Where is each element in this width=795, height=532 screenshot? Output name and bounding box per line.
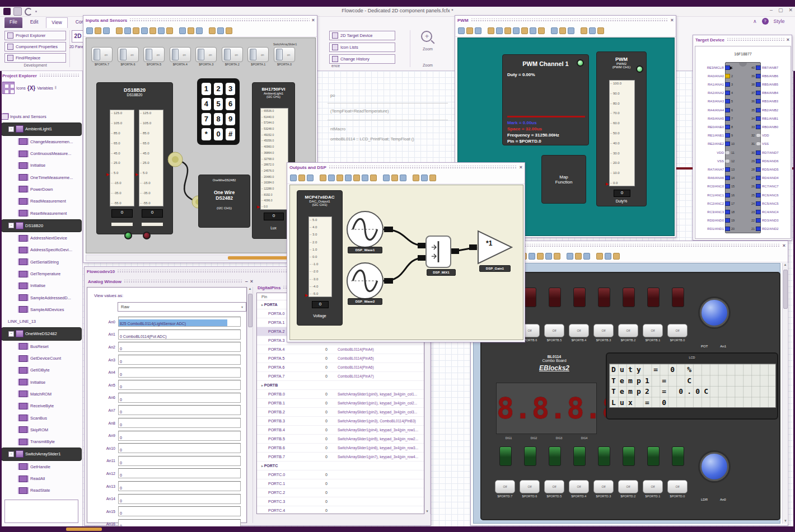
toolbar-icon[interactable] [537,253,544,260]
close-icon[interactable]: × [250,279,253,284]
analog-value-field[interactable]: 0 [118,468,241,478]
ribbon-tab[interactable]: File [4,17,22,28]
analog-value-field[interactable]: 0 [118,418,241,428]
pot-knob[interactable] [700,298,729,327]
port-button[interactable]: Off [569,480,589,493]
chip-pin[interactable]: RA0/ANA0 2 [696,74,738,78]
chip-pin[interactable]: RE2/ANE2 10 [696,142,738,146]
app-icon[interactable] [3,8,11,15]
digital-pin-row[interactable]: PORTA.6 0 ComboBL0114(PinA6) [257,363,424,372]
keypad-key[interactable]: 9 [226,113,235,125]
digital-pin-row[interactable]: PORTC.2 0 [257,488,424,497]
tree-item[interactable]: − BusReset [1,341,82,352]
tree-item[interactable]: − GetIDByte [1,364,82,376]
panels-2d-button[interactable]: 2D [72,30,84,43]
variables-icon[interactable]: {X} [27,85,35,91]
chip-pin[interactable]: 29 RD6/AND6 [748,159,789,163]
switch-handle[interactable] [250,49,256,60]
toolbar-icon[interactable] [226,27,232,34]
scroll-down-icon[interactable]: ▼ [425,510,429,513]
toolbar-icon[interactable] [488,27,494,34]
switch-body[interactable]: on [222,47,243,62]
digital-pin-row[interactable]: PORTB.3 0 SwitchArraySlider1(pin3), Comb… [257,417,424,426]
analog-window-header[interactable]: Analog Window – × [86,277,255,286]
pwm-channel-component[interactable]: PWM Channel 1 Duty = 0.00% Mark = 0.00us… [502,54,589,145]
scrollbar-thumb[interactable] [783,270,788,309]
digital-pin-row[interactable]: PORTA.7 0 ComboBL0114(PinA7) [257,372,424,381]
tree-item[interactable]: − SkipROM [1,424,82,436]
port-switch[interactable]: on $PORTA.5 [143,47,165,66]
toolbar-icon[interactable] [166,27,173,34]
inputs-canvas[interactable]: SwitchArraySlider1 on $PORTA.7 [86,37,316,253]
scroll-up-icon[interactable]: ▲ [247,287,252,290]
port-button[interactable]: Off [520,480,540,493]
tree-item[interactable]: − ReadAll [1,473,82,484]
digital-pin-row[interactable]: PORTB.4 0 SwitchArraySlider1(pin4), keyp… [257,426,424,435]
chip-pin[interactable]: RC0/ANC0 15 [696,185,738,189]
toolbar-icon[interactable] [413,175,419,181]
switch-handle[interactable] [224,49,231,60]
switch-body[interactable]: on [274,47,295,62]
analog-value-field[interactable]: 0 [118,355,241,365]
target-device-header[interactable]: Target Device × [693,35,792,45]
help-icon[interactable]: ? [762,18,769,25]
chip-pin[interactable]: 25 RC6/ANC6 [748,193,789,197]
target-device-canvas[interactable]: 16F18877 RE3/MCLR 1 RA0/ANA0 2 [695,46,791,239]
analog-value-field[interactable]: 0 [118,405,241,415]
toolbar-icon[interactable] [103,27,110,34]
ldr-knob[interactable] [700,452,729,481]
keypad-key[interactable]: 1 [202,83,211,95]
port-button[interactable]: Off [569,324,589,337]
ribbon-button[interactable]: Component Properties [4,42,66,51]
toolbar-icon[interactable] [545,253,552,260]
tree-item[interactable]: − OneWireDS2482 [1,327,82,340]
keypad-key[interactable]: 2 [214,83,223,95]
toolbar-icon[interactable] [567,253,573,260]
switch-body[interactable]: on [195,47,217,62]
tree-item[interactable]: − GetSerialString [1,256,82,268]
icons-view-label[interactable]: Icons [16,86,26,90]
analog-value-field[interactable]: 0 [118,380,241,390]
tree-item[interactable]: − GetDeviceCount [1,352,82,364]
toolbar-icon[interactable] [86,27,93,34]
toolbar-icon[interactable] [336,175,343,181]
port-switch[interactable]: on $PORTA.6 [118,47,139,66]
keypad-key[interactable]: 5 [214,98,223,110]
toolbar-icon[interactable] [133,27,139,34]
analog-vscrollbar[interactable]: ▲ [247,287,253,523]
toolbar-icon[interactable] [116,27,123,34]
port-button[interactable]: Off [495,480,515,493]
toolbar-icon[interactable] [362,175,368,181]
toolbar-icon[interactable] [320,175,326,181]
toolbar-icon[interactable] [290,175,297,181]
digital-pin-row[interactable]: PORTC.3 0 [257,497,424,506]
toolbar-icon[interactable] [188,27,194,34]
close-button[interactable]: ✕ [788,7,793,13]
digital-pin-row[interactable]: PORTB.5 0 SwitchArraySlider1(pin5), keyp… [257,435,424,444]
switch-body[interactable]: on [91,47,113,62]
ribbon-button[interactable]: Project Explorer [4,31,66,40]
tree-item[interactable]: − AddressSpecificDevi... [1,244,82,256]
onewire-component[interactable]: OneWireDS2482 One Wire DS2482 (I2C CH1) [198,175,250,228]
minimize-icon[interactable]: – [245,279,248,284]
toolbar-icon[interactable] [521,27,528,34]
toolbar-icon[interactable] [429,175,436,181]
toolbar-icon[interactable] [370,175,377,181]
expander-icon[interactable]: − [8,451,14,457]
chip-pin[interactable]: RE3/MCLR 1 [696,65,738,69]
chip-pin[interactable]: RA6/ANA6 14 [696,176,738,180]
toolbar-icon[interactable] [353,175,360,181]
chip-pin[interactable]: RA5/ANA5 7 [696,116,738,120]
digital-pin-row[interactable]: PORTB.7 0 SwitchArraySlider1(pin7), keyp… [257,453,424,462]
toolbar-icon[interactable] [179,27,186,34]
close-icon[interactable]: × [787,37,789,43]
switch-body[interactable]: on [143,47,165,62]
chip-pin[interactable]: RA3/ANA3 5 [696,100,738,103]
dac-component[interactable]: MCP47x6DAC DAC_Output1 (I2C CH1) 5.04.03… [297,190,343,326]
chip-pin[interactable]: 33 RB0/ANB0 [748,125,789,129]
switch-handle[interactable] [93,49,100,60]
close-icon[interactable]: × [783,243,785,248]
toolbar-icon[interactable] [95,27,101,34]
port-button[interactable]: Off [667,480,688,493]
toolbar-icon[interactable] [158,27,165,34]
